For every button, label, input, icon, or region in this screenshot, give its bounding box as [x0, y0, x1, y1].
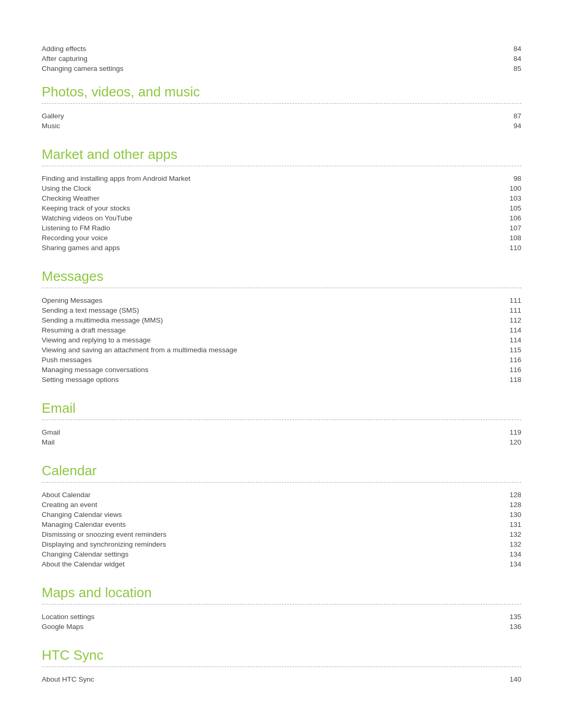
toc-item-label: Location settings [42, 613, 94, 621]
toc-row: Gmail119 [42, 427, 521, 437]
toc-item-page: 111 [500, 297, 521, 304]
toc-item-page: 116 [500, 366, 521, 374]
toc-item-label: Managing Calendar events [42, 521, 126, 528]
section-market: Market and other appsFinding and install… [42, 146, 521, 253]
toc-item-label: Changing Calendar views [42, 511, 122, 519]
toc-item-label: Opening Messages [42, 297, 102, 304]
toc-item-page: 103 [500, 194, 521, 202]
toc-item-label: Recording your voice [42, 234, 108, 242]
toc-item-page: 119 [500, 428, 521, 436]
section-title-email: Email [42, 400, 521, 420]
toc-row: Checking Weather103 [42, 193, 521, 203]
toc-item-label: Gallery [42, 112, 64, 120]
toc-item-page: 128 [500, 501, 521, 509]
toc-item-label: After capturing [42, 55, 88, 63]
toc-item-page: 114 [500, 326, 521, 334]
toc-item-label: Keeping track of your stocks [42, 204, 130, 212]
toc-item-page: 108 [500, 234, 521, 242]
toc-item-page: 136 [500, 623, 521, 631]
toc-item-page: 140 [500, 675, 521, 683]
toc-item-page: 110 [500, 244, 521, 252]
toc-item-page: 112 [500, 316, 521, 324]
toc-item-page: 84 [500, 55, 521, 63]
toc-item-page: 98 [500, 175, 521, 182]
toc-item-label: Music [42, 122, 60, 130]
toc-row: Viewing and replying to a message114 [42, 335, 521, 345]
toc-row: Mail120 [42, 437, 521, 447]
toc-row: Push messages116 [42, 355, 521, 365]
toc-item-page: 135 [500, 613, 521, 621]
toc-item-label: Sending a multimedia message (MMS) [42, 316, 163, 324]
toc-item-label: Adding effects [42, 45, 86, 53]
toc-row: Finding and installing apps from Android… [42, 174, 521, 183]
toc-item-page: 131 [500, 521, 521, 528]
toc-row: Watching videos on YouTube106 [42, 213, 521, 223]
toc-item-label: Push messages [42, 356, 92, 364]
section-email: EmailGmail119Mail120 [42, 400, 521, 447]
page-header [42, 21, 521, 28]
toc-row: Opening Messages111 [42, 295, 521, 305]
toc-item-page: 105 [500, 204, 521, 212]
toc-item-label: Finding and installing apps from Android… [42, 175, 190, 182]
toc-item-page: 134 [500, 550, 521, 558]
toc-row: Keeping track of your stocks105 [42, 203, 521, 213]
section-htcsync: HTC SyncAbout HTC Sync140 [42, 647, 521, 684]
section-maps: Maps and locationLocation settings135Goo… [42, 585, 521, 632]
toc-item-page: 132 [500, 530, 521, 538]
toc-item-page: 118 [500, 376, 521, 384]
toc-item-page: 106 [500, 214, 521, 222]
toc-row: Listening to FM Radio107 [42, 223, 521, 233]
toc-row: About the Calendar widget134 [42, 559, 521, 569]
toc-item-page: 128 [500, 491, 521, 499]
toc-item-label: Viewing and saving an attachment from a … [42, 346, 237, 354]
toc-row: Location settings135 [42, 612, 521, 622]
section-title-maps: Maps and location [42, 585, 521, 604]
toc-row: Recording your voice108 [42, 233, 521, 243]
toc-item-page: 116 [500, 356, 521, 364]
section-title-market: Market and other apps [42, 146, 521, 166]
toc-row: Setting message options118 [42, 375, 521, 385]
toc-item-page: 84 [500, 45, 521, 53]
toc-row: Google Maps136 [42, 622, 521, 632]
toc-item-label: Setting message options [42, 376, 119, 384]
section-messages: MessagesOpening Messages111Sending a tex… [42, 268, 521, 385]
toc-item-page: 130 [500, 511, 521, 519]
toc-row: Sending a multimedia message (MMS)112 [42, 315, 521, 325]
section-title-calendar: Calendar [42, 463, 521, 483]
section-title-photos: Photos, videos, and music [42, 84, 521, 104]
toc-item-label: Sending a text message (SMS) [42, 306, 139, 314]
section-title-htcsync: HTC Sync [42, 647, 521, 667]
toc-item-page: 120 [500, 438, 521, 446]
toc-row: Managing message conversations116 [42, 365, 521, 375]
toc-item-page: 111 [500, 306, 521, 314]
toc-row: Adding effects84 [42, 44, 521, 54]
toc-row: Changing camera settings85 [42, 64, 521, 73]
toc-item-label: Watching videos on YouTube [42, 214, 132, 222]
section-photos: Photos, videos, and musicGallery87Music9… [42, 84, 521, 131]
toc-row: Dismissing or snoozing event reminders13… [42, 529, 521, 539]
toc-item-label: Creating an event [42, 501, 97, 509]
toc-item-page: 107 [500, 224, 521, 232]
toc-item-label: About HTC Sync [42, 675, 94, 683]
toc-item-page: 100 [500, 184, 521, 192]
toc-item-page: 114 [500, 336, 521, 344]
toc-item-label: Resuming a draft message [42, 326, 126, 334]
toc-row: About Calendar128 [42, 490, 521, 500]
toc-row: Sending a text message (SMS)111 [42, 305, 521, 315]
toc-row: Viewing and saving an attachment from a … [42, 345, 521, 355]
toc-item-page: 115 [500, 346, 521, 354]
toc-row: Resuming a draft message114 [42, 325, 521, 335]
toc-item-label: Changing Calendar settings [42, 550, 129, 558]
toc-item-label: Managing message conversations [42, 366, 149, 374]
toc-item-page: 132 [500, 540, 521, 548]
section-calendar: CalendarAbout Calendar128Creating an eve… [42, 463, 521, 569]
toc-item-page: 94 [500, 122, 521, 130]
toc-item-label: Checking Weather [42, 194, 100, 202]
toc-item-label: Gmail [42, 428, 60, 436]
toc-item-label: Listening to FM Radio [42, 224, 110, 232]
toc-row: Using the Clock100 [42, 183, 521, 193]
intro-section: Adding effects84After capturing84Changin… [42, 44, 521, 73]
toc-row: Sharing games and apps110 [42, 243, 521, 253]
toc-row: Music94 [42, 121, 521, 131]
toc-item-label: Viewing and replying to a message [42, 336, 151, 344]
